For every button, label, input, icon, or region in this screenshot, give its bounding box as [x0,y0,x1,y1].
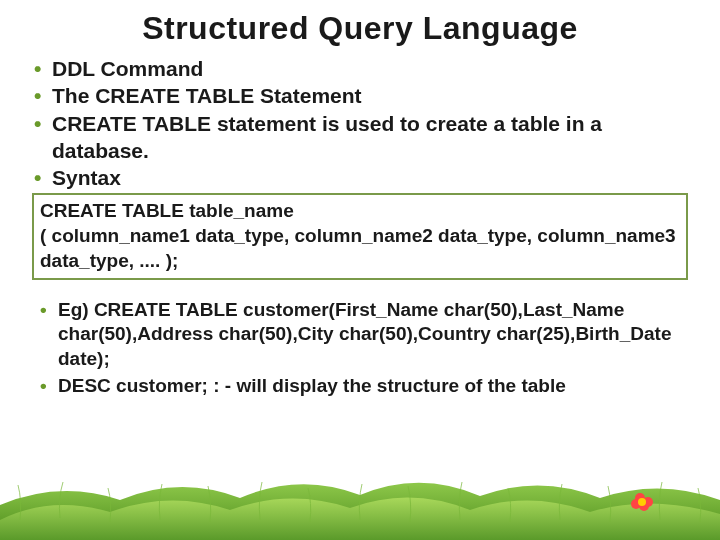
slide: Structured Query Language DDL Command Th… [0,0,720,540]
syntax-box: CREATE TABLE table_name( column_name1 da… [32,193,688,279]
bullet-list-top: DDL Command The CREATE TABLE Statement C… [30,55,690,191]
bullet-item: DESC customer; : - will display the stru… [30,374,690,399]
bullet-item: DDL Command [30,55,690,82]
slide-title: Structured Query Language [30,10,690,47]
svg-point-0 [635,493,645,503]
svg-point-3 [631,499,641,509]
bullet-item: CREATE TABLE statement is used to create… [30,110,690,165]
bullet-item: Eg) CREATE TABLE customer(First_Name cha… [30,298,690,372]
svg-point-1 [643,497,653,507]
bullet-list-bottom: Eg) CREATE TABLE customer(First_Name cha… [30,298,690,399]
bullet-item: The CREATE TABLE Statement [30,82,690,109]
svg-point-4 [638,498,646,506]
bullet-item: Syntax [30,164,690,191]
grass-decoration [0,450,720,540]
svg-point-2 [639,501,649,511]
